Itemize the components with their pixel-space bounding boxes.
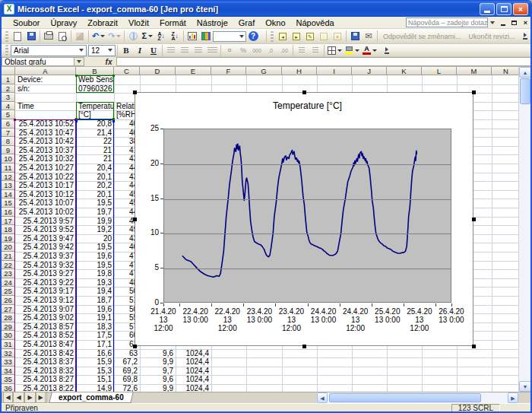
scroll-left-button[interactable]: ◀ xyxy=(317,392,328,403)
chart-selection-handle[interactable] xyxy=(133,91,137,94)
row-header-22[interactable]: 22 xyxy=(2,261,15,270)
range-border-values[interactable] xyxy=(76,119,114,392)
font-size-combobox[interactable]: 12 xyxy=(88,45,116,56)
align-center-button[interactable] xyxy=(178,44,192,57)
decrease-indent-button[interactable] xyxy=(295,44,309,57)
cell-E35[interactable]: 1024,4 xyxy=(176,375,211,383)
range-border-title[interactable] xyxy=(76,75,114,93)
chart-selection-handle[interactable] xyxy=(472,91,476,94)
cell-A2[interactable]: s/n: xyxy=(15,84,76,93)
menu-nastroje[interactable]: Nástroje xyxy=(192,17,233,28)
show-comment-button[interactable] xyxy=(317,30,331,43)
chart-selection-handle[interactable] xyxy=(133,218,137,221)
print-preview-button[interactable] xyxy=(55,30,69,43)
italic-button[interactable]: I xyxy=(133,44,147,57)
range-handle[interactable] xyxy=(112,75,115,77)
column-header-E[interactable]: E xyxy=(176,67,211,75)
cell-E32[interactable]: 1024,4 xyxy=(176,349,211,357)
chart-selection-handle[interactable] xyxy=(133,345,137,348)
range-handle[interactable] xyxy=(75,120,78,122)
undo-button[interactable]: ↶ xyxy=(90,30,106,43)
cell-C33[interactable]: 67,2 xyxy=(114,357,140,366)
row-header-29[interactable]: 29 xyxy=(2,322,15,332)
edit-comment-button[interactable]: ✎ xyxy=(303,30,317,43)
next-sheet-button[interactable]: ▶ xyxy=(24,392,36,403)
cell-D36[interactable]: 9,9 xyxy=(140,384,176,392)
cell-E34[interactable]: 1024,4 xyxy=(176,367,211,375)
help-button[interactable]: ? xyxy=(246,30,260,43)
row-header-2[interactable]: 2 xyxy=(2,84,15,94)
range-handle[interactable] xyxy=(75,75,78,77)
row-header-18[interactable]: 18 xyxy=(2,225,15,234)
sheet-tab[interactable]: export_comma-60 xyxy=(49,392,133,403)
row-header-24[interactable]: 24 xyxy=(2,278,15,288)
underline-button[interactable]: U xyxy=(147,44,160,57)
vertical-scrollbar[interactable]: ▲ ▼ xyxy=(518,67,530,392)
column-header-I[interactable]: I xyxy=(317,67,352,75)
scroll-right-button[interactable]: ▶ xyxy=(508,392,518,403)
cell-E36[interactable]: 1024,4 xyxy=(176,384,211,392)
menu-napoveda[interactable]: Nápověda xyxy=(291,17,340,28)
row-header-13[interactable]: 13 xyxy=(2,181,15,190)
sort-ascending-button[interactable]: AZ↓ xyxy=(154,30,168,43)
title-bar[interactable]: X Microsoft Excel - export_comma-60 [Jen… xyxy=(2,2,530,17)
increase-indent-button[interactable] xyxy=(309,44,322,57)
autosum-button[interactable]: Σ xyxy=(140,30,154,43)
vertical-scroll-thumb[interactable] xyxy=(520,78,530,104)
fill-color-button[interactable] xyxy=(344,44,361,57)
column-header-J[interactable]: J xyxy=(352,67,387,75)
horizontal-scroll-thumb[interactable] xyxy=(329,393,481,402)
first-sheet-button[interactable]: ◀ xyxy=(2,392,13,403)
cell-C32[interactable]: 63 xyxy=(114,349,140,357)
column-header-C[interactable]: C xyxy=(114,67,140,75)
column-header-G[interactable]: G xyxy=(246,67,282,75)
range-border-series-name[interactable] xyxy=(76,102,114,119)
font-name-combobox[interactable]: Arial xyxy=(11,45,87,56)
row-header-25[interactable]: 25 xyxy=(2,287,15,296)
cell-D35[interactable]: 9,6 xyxy=(140,375,176,383)
row-header-1[interactable]: 1 xyxy=(2,75,15,84)
cell-E33[interactable]: 1024,4 xyxy=(176,357,211,366)
help-dropdown-icon[interactable] xyxy=(488,17,496,27)
next-comment-button[interactable]: ▸ xyxy=(290,30,303,43)
row-header-35[interactable]: 35 xyxy=(2,375,15,384)
scroll-down-button[interactable]: ▼ xyxy=(519,381,531,392)
row-header-33[interactable]: 33 xyxy=(2,357,15,367)
name-box-dropdown[interactable] xyxy=(74,57,84,66)
reply-with-changes-button[interactable]: Odpovědět se změnami... xyxy=(379,33,465,40)
decrease-decimal-button[interactable]: ,00 xyxy=(277,44,291,57)
formula-input[interactable] xyxy=(116,57,530,66)
chart-wizard-button[interactable] xyxy=(185,30,199,43)
increase-decimal-button[interactable]: ,0 xyxy=(264,44,277,57)
cell-D32[interactable]: 9,6 xyxy=(140,349,176,357)
merge-center-button[interactable] xyxy=(205,44,219,57)
menu-okno[interactable]: Okno xyxy=(260,17,290,28)
workbook-restore-button[interactable] xyxy=(509,18,519,27)
range-handle[interactable] xyxy=(112,120,115,122)
row-header-23[interactable]: 23 xyxy=(2,269,15,278)
row-header-20[interactable]: 20 xyxy=(2,243,15,252)
row-header-17[interactable]: 17 xyxy=(2,217,15,226)
insert-hyperlink-button[interactable] xyxy=(126,30,140,43)
toolbar-options-chevron[interactable] xyxy=(521,30,529,43)
column-header-N[interactable]: N xyxy=(492,67,518,75)
update-file-button[interactable] xyxy=(348,30,362,43)
row-header-31[interactable]: 31 xyxy=(2,340,15,349)
chart-selection-handle[interactable] xyxy=(302,91,306,94)
menu-upravy[interactable]: Úpravy xyxy=(45,17,82,28)
column-header-M[interactable]: M xyxy=(457,67,492,75)
column-header-L[interactable]: L xyxy=(422,67,457,75)
toolbar-grip[interactable] xyxy=(5,31,8,42)
row-header-10[interactable]: 10 xyxy=(2,154,15,164)
row-header-32[interactable]: 32 xyxy=(2,349,15,358)
menu-zobrazit[interactable]: Zobrazit xyxy=(82,17,123,28)
row-header-21[interactable]: 21 xyxy=(2,252,15,261)
last-sheet-button[interactable]: ▶ xyxy=(36,392,47,403)
cell-D34[interactable]: 9,7 xyxy=(140,367,176,375)
previous-sheet-button[interactable]: ◀ xyxy=(13,392,24,403)
row-header-11[interactable]: 11 xyxy=(2,164,15,173)
column-header-K[interactable]: K xyxy=(387,67,422,75)
cell-A1[interactable]: Device: xyxy=(15,75,76,84)
row-header-4[interactable]: 4 xyxy=(2,102,15,111)
horizontal-scrollbar[interactable]: ◀ ▶ xyxy=(317,392,518,403)
